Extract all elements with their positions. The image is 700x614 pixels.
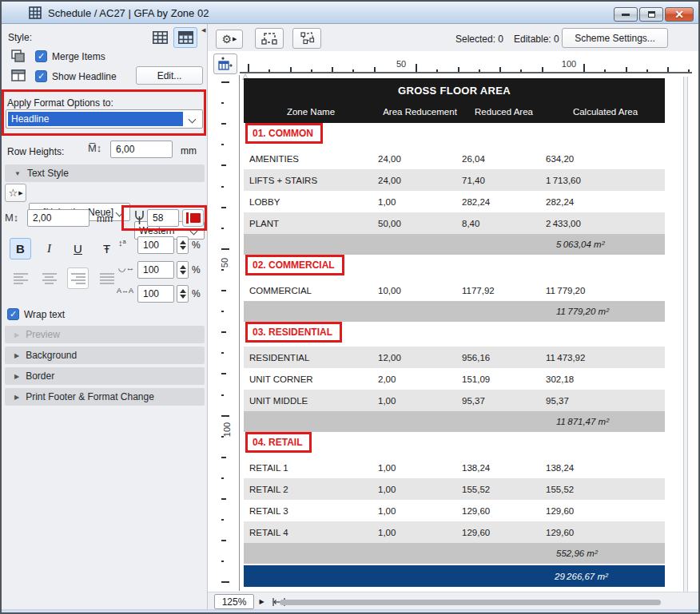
subtotal-row[interactable]: 5 063,04 m² (244, 234, 665, 255)
row-height-input[interactable]: 6,00 (110, 141, 173, 158)
flyout-arrow-icon: ▶ (259, 598, 264, 605)
table-row[interactable]: AMENITIES24,0026,04634,20 (244, 148, 665, 169)
table-row[interactable]: PLANT50,008,402 433,00 (244, 212, 665, 234)
ruler-tick (374, 67, 376, 72)
scheme-settings-button[interactable]: Scheme Settings... (562, 28, 668, 48)
align-center-button[interactable] (38, 267, 60, 289)
line-spacing-input[interactable]: 100 (137, 236, 174, 254)
header-orientation-button[interactable] (213, 53, 237, 74)
category-annotation: 02. COMMERCIAL (245, 255, 344, 275)
ruler-tick (332, 67, 333, 72)
select-area-button[interactable] (255, 28, 284, 49)
value-cell: 155,52 (546, 485, 665, 494)
collapse-panel-arrow-icon[interactable]: ◀ (201, 27, 205, 34)
subtotal-row[interactable]: 11 871,47 m² (244, 411, 665, 432)
table-row[interactable]: RETAIL 11,00138,24138,24 (244, 457, 665, 478)
vertical-scrollbar[interactable] (683, 77, 688, 592)
preview-section[interactable]: ▶ Preview (5, 326, 205, 343)
favorites-button[interactable]: ☆▶ (5, 184, 26, 202)
subtotal-row[interactable]: 552,96 m² (244, 543, 665, 564)
subtotal-value: 11 871,47 m² (546, 417, 665, 426)
value-cell: 1,00 (378, 506, 462, 516)
category-row[interactable]: 01. COMMON (244, 125, 665, 145)
category-row[interactable]: 04. RETAIL (244, 434, 665, 454)
expand-arrow-icon: ▶ (14, 394, 19, 401)
schedule-preview-panel: ◀ ⚙▶ Selected: 0 Editable: 0 Scheme Sett… (208, 24, 698, 609)
zone-name-cell: COMMERCIAL (244, 286, 378, 295)
pen-color-swatch[interactable] (182, 209, 204, 227)
minimize-button[interactable] (614, 7, 638, 22)
table-row[interactable]: UNIT CORNER2,00151,09302,18 (244, 368, 665, 390)
edit-button[interactable]: Edit... (136, 66, 203, 85)
line-spacing-stepper[interactable] (177, 236, 189, 254)
ruler-label: 50 (396, 59, 406, 69)
chevron-down-icon (116, 209, 124, 217)
table-row[interactable]: COMMERCIAL10,001177,9211 779,20 (244, 279, 665, 301)
char-width-input[interactable]: 100 (137, 261, 174, 279)
schedule-table[interactable]: GROSS FLOOR AREA Zone Name Area Reduceme… (244, 78, 665, 587)
titlebar[interactable]: Schedule / AC27 | GFA by Zone 02 ✕ (2, 2, 698, 24)
zoom-menu-button[interactable]: ▶ (256, 594, 268, 609)
underline-button[interactable]: U (67, 238, 89, 259)
grand-total-row[interactable]: 29 266,67 m² (244, 565, 665, 587)
style-headline-button[interactable] (173, 27, 197, 48)
vertical-ruler[interactable]: 50100 (219, 75, 240, 591)
category-row[interactable]: 03. RESIDENTIAL (244, 323, 665, 344)
apply-format-dropdown[interactable]: Headline (6, 109, 203, 129)
ruler-tick (688, 69, 690, 72)
pen-number-input[interactable]: 58 (147, 209, 179, 227)
zone-name-cell: PLANT (244, 219, 378, 228)
ruler-tick (436, 69, 438, 72)
table-row[interactable]: LIFTS + STAIRS24,0071,401 713,60 (244, 169, 665, 191)
style-compact-button[interactable] (148, 27, 172, 48)
ruler-tick (667, 67, 669, 72)
close-button[interactable]: ✕ (665, 7, 694, 22)
zoom-level-field[interactable]: 125% (214, 594, 254, 609)
pen-fill-preview (190, 213, 201, 223)
select-3d-button[interactable] (292, 28, 321, 49)
table-row[interactable]: RETAIL 31,00129,60129,60 (244, 500, 665, 521)
settings-menu-button[interactable]: ⚙▶ (216, 30, 243, 49)
table-row[interactable]: UNIT MIDDLE1,0095,3795,37 (244, 390, 665, 411)
value-cell: 634,20 (546, 154, 665, 164)
merge-items-icon (11, 50, 26, 62)
table-row[interactable]: RESIDENTIAL12,00956,1611 473,92 (244, 347, 665, 368)
table-row[interactable]: RETAIL 21,00155,52155,52 (244, 478, 665, 500)
table-column-headers: Zone Name Area Reducement Reduced Area C… (244, 101, 665, 123)
border-section[interactable]: ▶ Border (5, 367, 205, 385)
category-row[interactable]: 02. COMMERCIAL (244, 256, 665, 277)
table-row[interactable]: LOBBY1,00282,24282,24 (244, 191, 665, 212)
table-row[interactable]: RETAIL 41,00129,60129,60 (244, 521, 665, 543)
horizontal-scrollbar-thumb[interactable] (280, 600, 661, 605)
value-cell: 1,00 (378, 197, 462, 207)
char-tracking-stepper[interactable] (177, 285, 189, 303)
char-tracking-input[interactable]: 100 (137, 285, 174, 303)
horizontal-ruler[interactable]: 50100 (240, 53, 692, 73)
align-justify-button[interactable] (96, 267, 117, 289)
show-headline-checkbox[interactable]: ✓ (35, 70, 47, 82)
value-cell: 50,00 (378, 219, 462, 228)
print-footer-section[interactable]: ▶ Print Footer & Format Change (5, 388, 205, 406)
bold-button[interactable]: B (10, 238, 31, 259)
ruler-tick (221, 581, 229, 583)
align-right-button[interactable] (67, 267, 89, 289)
ruler-tick (221, 519, 224, 521)
char-width-stepper[interactable] (177, 261, 189, 279)
ruler-tick (221, 248, 229, 250)
subtotal-row[interactable]: 11 779,20 m² (244, 301, 665, 322)
ruler-tick (221, 498, 226, 500)
merge-items-checkbox[interactable]: ✓ (35, 50, 47, 62)
value-cell: 24,00 (378, 154, 462, 164)
wrap-text-label: Wrap text (24, 309, 65, 320)
text-size-input[interactable]: 2,00 (27, 209, 89, 227)
align-left-button[interactable] (10, 267, 31, 289)
background-section[interactable]: ▶ Background (5, 347, 205, 364)
restore-button[interactable] (639, 7, 663, 22)
ruler-tick (221, 228, 224, 229)
italic-button[interactable]: I (38, 238, 60, 259)
wrap-text-checkbox[interactable]: ✓ (7, 308, 19, 320)
expand-arrow-icon: ▶ (14, 373, 19, 380)
text-style-section[interactable]: ▼ Text Style (5, 164, 205, 182)
strikethrough-button[interactable]: Ŧ (96, 238, 117, 259)
table-direction-icon (217, 57, 233, 72)
